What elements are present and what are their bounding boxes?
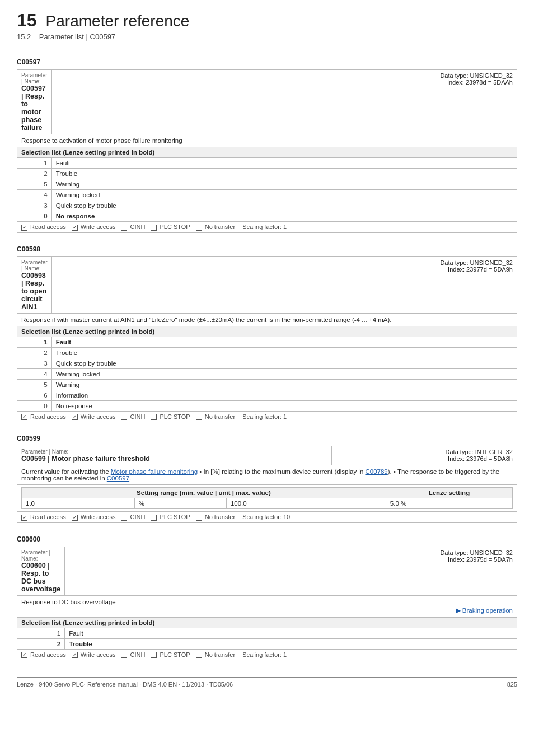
selection-item-num: 5 bbox=[17, 379, 52, 390]
access-label: CINH bbox=[121, 514, 145, 520]
selection-item-label: Quick stop by trouble bbox=[51, 200, 517, 211]
scaling-factor: Scaling factor: 1 bbox=[241, 223, 287, 230]
params-container: C00597Parameter | Name:C00597 | Resp. to… bbox=[17, 58, 517, 660]
checkbox-checked bbox=[21, 515, 27, 521]
param-id-label: C00599 bbox=[17, 435, 517, 442]
selection-item-label: No response bbox=[51, 400, 517, 411]
selection-item-label: Warning bbox=[51, 379, 517, 390]
selection-item: 3Quick stop by trouble bbox=[17, 358, 517, 368]
param-section-c00600: C00600Parameter | Name:C00600 | Resp. to… bbox=[17, 535, 517, 661]
param-full-name: C00599 | Motor phase failure threshold bbox=[21, 455, 327, 463]
access-label: Read access bbox=[21, 514, 66, 520]
checkbox-checked bbox=[72, 414, 78, 420]
selection-item-num: 3 bbox=[17, 358, 52, 368]
selection-item: 5Warning bbox=[17, 179, 517, 190]
access-label: CINH bbox=[121, 413, 145, 420]
access-label: CINH bbox=[121, 651, 145, 658]
checkbox-unchecked bbox=[196, 225, 202, 231]
selection-item: 2Trouble bbox=[17, 347, 517, 358]
checkbox-unchecked bbox=[121, 515, 127, 521]
selection-item: 5Warning bbox=[17, 379, 517, 390]
data-type-index: Data type: UNSIGNED_32Index: 23978d = 5D… bbox=[51, 70, 517, 134]
param-section-c00599: C00599Parameter | Name:C00599 | Motor ph… bbox=[17, 435, 517, 523]
access-label: CINH bbox=[121, 223, 145, 230]
selection-item: 0No response bbox=[17, 211, 517, 222]
footer-left: Lenze · 9400 Servo PLC· Reference manual… bbox=[17, 681, 233, 688]
param-meta-label: Parameter | Name: bbox=[21, 549, 60, 562]
checkbox-checked bbox=[72, 515, 78, 521]
access-row: Read access Write access CINH PLC STOP N… bbox=[17, 222, 517, 233]
selection-item: 0No response bbox=[17, 400, 517, 411]
param-id-label: C00600 bbox=[17, 535, 517, 543]
selection-list-header: Selection list (Lenze setting printed in… bbox=[17, 617, 517, 628]
data-type-index: Data type: UNSIGNED_32Index: 23977d = 5D… bbox=[51, 256, 517, 313]
selection-item: 4Warning locked bbox=[17, 190, 517, 200]
selection-item-label: No response bbox=[51, 211, 517, 222]
selection-item-num: 2 bbox=[17, 347, 52, 358]
selection-item-label: Warning locked bbox=[51, 368, 517, 379]
checkbox-checked bbox=[72, 652, 78, 658]
param-meta-label: Parameter | Name: bbox=[21, 72, 48, 85]
selection-item-num: 0 bbox=[17, 211, 52, 222]
param-table-c00598: Parameter | Name:C00598 | Resp. to open … bbox=[17, 256, 517, 423]
selection-item-num: 2 bbox=[17, 638, 65, 649]
param-full-name: C00597 | Resp. to motor phase failure bbox=[21, 85, 48, 132]
access-label: No transfer bbox=[196, 514, 235, 520]
selection-item-num: 5 bbox=[17, 179, 52, 190]
selection-item-num: 1 bbox=[17, 158, 52, 169]
checkbox-unchecked bbox=[151, 515, 157, 521]
selection-item-num: 4 bbox=[17, 190, 52, 200]
access-row: Read access Write access CINH PLC STOP N… bbox=[17, 649, 517, 660]
setting-range-table: Setting range (min. value | unit | max. … bbox=[21, 487, 513, 509]
desc-link-1[interactable]: Motor phase failure monitoring bbox=[111, 468, 198, 475]
selection-item: 1Fault bbox=[17, 628, 517, 638]
param-id-label: C00597 bbox=[17, 58, 517, 66]
braking-operation-link[interactable]: Braking operation bbox=[456, 607, 513, 614]
checkbox-unchecked bbox=[196, 414, 202, 420]
desc-link-3[interactable]: C00597 bbox=[107, 475, 129, 482]
param-section-c00597: C00597Parameter | Name:C00597 | Resp. to… bbox=[17, 58, 517, 233]
access-label: PLC STOP bbox=[151, 651, 190, 658]
selection-item-label: Trouble bbox=[65, 638, 517, 649]
selection-item-label: Information bbox=[51, 390, 517, 400]
selection-item: 4Warning locked bbox=[17, 368, 517, 379]
access-label: PLC STOP bbox=[151, 413, 190, 420]
section-header: 15.2 Parameter list | C00597 bbox=[17, 32, 517, 41]
param-full-name: C00598 | Resp. to open circuit AIN1 bbox=[21, 272, 48, 311]
access-label: PLC STOP bbox=[151, 223, 190, 230]
selection-item-num: 1 bbox=[17, 337, 52, 347]
access-label: PLC STOP bbox=[151, 514, 190, 520]
desc-link-2[interactable]: C00789 bbox=[365, 468, 387, 475]
lenze-header: Lenze setting bbox=[386, 488, 512, 498]
access-label: Write access bbox=[72, 514, 116, 520]
access-label: Write access bbox=[72, 651, 116, 658]
footer-right: 825 bbox=[507, 681, 517, 688]
access-row: Read access Write access CINH PLC STOP N… bbox=[17, 411, 517, 422]
selection-item: 2Trouble bbox=[17, 169, 517, 179]
param-description: Response to activation of motor phase fa… bbox=[17, 134, 517, 147]
access-label: No transfer bbox=[196, 413, 235, 420]
selection-item: 1Fault bbox=[17, 158, 517, 169]
access-label: Write access bbox=[72, 223, 116, 230]
range-unit: % bbox=[134, 498, 226, 509]
access-row: Read access Write access CINH PLC STOP N… bbox=[17, 512, 517, 523]
access-label: Read access bbox=[21, 651, 66, 658]
selection-item-num: 4 bbox=[17, 368, 52, 379]
selection-item-num: 3 bbox=[17, 200, 52, 211]
param-table-c00600: Parameter | Name:C00600 | Resp. to DC bu… bbox=[17, 547, 517, 661]
param-section-c00598: C00598Parameter | Name:C00598 | Resp. to… bbox=[17, 245, 517, 423]
selection-item-num: 1 bbox=[17, 628, 65, 638]
access-label: Write access bbox=[72, 413, 116, 420]
access-label: No transfer bbox=[196, 651, 235, 658]
scaling-factor: Scaling factor: 10 bbox=[241, 514, 290, 520]
selection-list-header: Selection list (Lenze setting printed in… bbox=[17, 147, 517, 158]
checkbox-unchecked bbox=[196, 515, 202, 521]
selection-item-label: Trouble bbox=[51, 347, 517, 358]
selection-item: 6Information bbox=[17, 390, 517, 400]
divider bbox=[17, 48, 517, 48]
param-id-label: C00598 bbox=[17, 245, 517, 253]
checkbox-unchecked bbox=[196, 652, 202, 658]
scaling-factor: Scaling factor: 1 bbox=[241, 413, 287, 420]
param-table-c00599: Parameter | Name:C00599 | Motor phase fa… bbox=[17, 446, 517, 523]
selection-item-label: Fault bbox=[51, 337, 517, 347]
